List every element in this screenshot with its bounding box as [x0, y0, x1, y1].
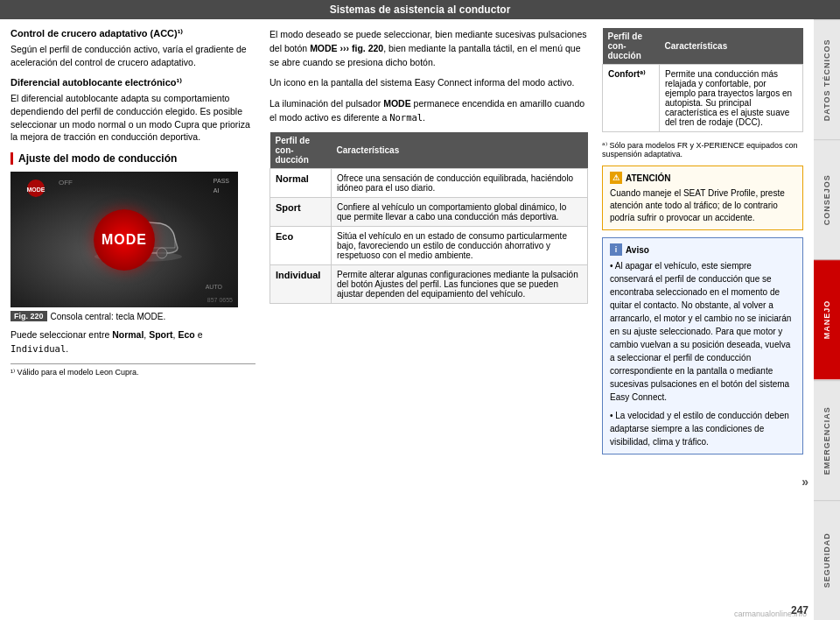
table-row: EcoSitúa el vehículo en un estado de con…	[270, 226, 588, 264]
table-row: NormalOfrece una sensación de conducción…	[270, 168, 588, 197]
attention-text: Cuando maneje el SEAT Drive Profile, pre…	[610, 187, 795, 224]
desc-cell: Sitúa el vehículo en un estado de consum…	[332, 226, 588, 264]
right-mode-cell: Confortᵃ⁾	[603, 65, 660, 132]
page-arrow: »	[802, 475, 808, 489]
attention-title: ATENCIÓN	[626, 173, 670, 183]
right-column: Perfil de con-ducción Características Co…	[602, 28, 803, 597]
header-title: Sistemas de asistencia al conductor	[330, 4, 511, 16]
acc-text: Según el perfil de conducción activo, va…	[10, 43, 256, 68]
fig-number: Fig. 220	[10, 311, 47, 321]
right-table-row: Confortᵃ⁾Permite una conducción más rela…	[603, 65, 803, 132]
page-number: 247	[791, 604, 808, 616]
sidebar-label-emergencias: Emergencias	[822, 406, 831, 475]
table-header-mode: Perfil de con-ducción	[270, 132, 332, 169]
table-row: IndividualPermite alterar algunas config…	[270, 264, 588, 303]
mode-label: MODE	[102, 232, 147, 248]
aviso-bullet: • Al apagar el vehículo, este siempre co…	[610, 259, 795, 404]
middle-text-1: El modo deseado se puede seleccionar, bi…	[270, 28, 588, 69]
footnote-left: ¹⁾ Válido para el modelo Leon Cupra.	[10, 363, 256, 377]
svg-point-4	[157, 248, 167, 258]
sidebar-label-datos: Datos técnicos	[822, 39, 831, 121]
driving-modes-table: Perfil de con-ducción Características No…	[270, 132, 588, 304]
mode-cell: Sport	[270, 197, 332, 226]
sidebar-label-manejo: Manejo	[822, 300, 831, 340]
sidebar-item-datos[interactable]: Datos técnicos	[814, 19, 840, 139]
right-driving-table: Perfil de con-ducción Características Co…	[602, 28, 803, 132]
diff-title: Diferencial autoblocante electrónico¹⁾	[10, 77, 256, 88]
mode-cell: Eco	[270, 226, 332, 264]
warning-icon: ⚠	[610, 172, 622, 184]
sidebar-item-consejos[interactable]: Consejos	[814, 139, 840, 259]
fig-caption: Fig. 220 Consola central: tecla MODE.	[10, 311, 256, 321]
table-header-char: Características	[332, 132, 588, 169]
page-header: Sistemas de asistencia al conductor	[0, 0, 840, 19]
aviso-title: Aviso	[626, 245, 649, 255]
aviso-bullet: • La velocidad y el estilo de conducción…	[610, 409, 795, 448]
desc-cell: Permite alterar algunas configuraciones …	[332, 264, 588, 303]
acc-title: Control de crucero adaptativo (ACC)¹⁾	[10, 28, 256, 39]
right-sidebar: Datos técnicos Consejos Manejo Emergenci…	[814, 19, 840, 620]
right-table-header-mode: Perfil de con-ducción	[603, 28, 660, 65]
table-row: SportConfiere al vehículo un comportamie…	[270, 197, 588, 226]
middle-text-2: Un icono en la pantalla del sistema Easy…	[270, 76, 588, 90]
desc-cell: Confiere al vehículo un comportamiento g…	[332, 197, 588, 226]
middle-column: El modo deseado se puede seleccionar, bi…	[270, 28, 588, 597]
ajuste-title: Ajuste del modo de conducción	[18, 152, 177, 165]
sidebar-label-consejos: Consejos	[822, 174, 831, 225]
puede-text: Puede seleccionar entre Normal, Sport, E…	[10, 328, 256, 356]
footnote-text: ¹⁾ Válido para el modelo Leon Cupra.	[10, 368, 139, 377]
sidebar-item-seguridad[interactable]: Seguridad	[814, 500, 840, 620]
info-icon: i	[610, 243, 622, 256]
left-column: Control de crucero adaptativo (ACC)¹⁾ Se…	[10, 28, 256, 597]
mode-cell: Normal	[270, 168, 332, 197]
sidebar-label-seguridad: Seguridad	[822, 532, 831, 588]
sidebar-item-emergencias[interactable]: Emergencias	[814, 380, 840, 500]
sidebar-item-manejo[interactable]: Manejo	[814, 259, 840, 379]
right-desc-cell: Permite una conducción más relajada y co…	[660, 65, 803, 132]
mode-circle: MODE	[94, 209, 155, 271]
attention-box: ⚠ ATENCIÓN Cuando maneje el SEAT Drive P…	[602, 166, 803, 230]
middle-text-3: La iluminación del pulsador MODE permane…	[270, 97, 588, 125]
right-table-header-char: Características	[660, 28, 803, 65]
ajuste-section: Ajuste del modo de conducción	[10, 152, 256, 165]
fig-text: Consola central: tecla MODE.	[51, 312, 166, 321]
footnote-right: ᵃ⁾ Sólo para modelos FR y X-PERIENCE equ…	[602, 141, 803, 159]
diff-text: El diferencial autoblocante adapta su co…	[10, 92, 256, 144]
bottom-bar: carmanualonline.info	[0, 606, 814, 620]
aviso-box: i Aviso • Al apagar el vehículo, este si…	[602, 237, 803, 454]
mode-button-icon: MODE	[21, 179, 52, 198]
desc-cell: Ofrece una sensación de conducción equil…	[332, 168, 588, 197]
aviso-text: • Al apagar el vehículo, este siempre co…	[610, 259, 795, 448]
car-image: MODE OFF PASSAI	[10, 172, 238, 307]
mode-cell: Individual	[270, 264, 332, 303]
svg-text:MODE: MODE	[27, 187, 46, 193]
